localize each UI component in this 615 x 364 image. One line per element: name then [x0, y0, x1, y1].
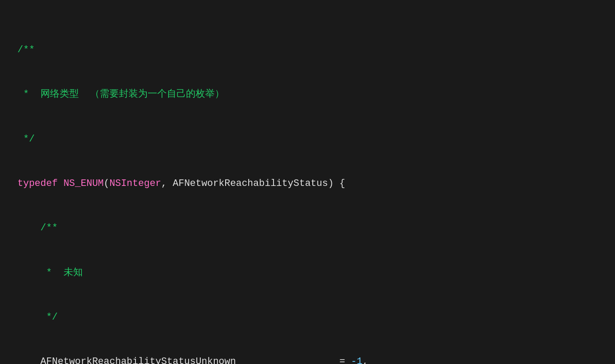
paren-close-brace: ) { [328, 178, 345, 189]
comment-text: * 网络类型 （需要封装为一个自己的枚举） [17, 89, 224, 100]
nsinteger-type: NSInteger [109, 178, 161, 189]
unknown-identifier: AFNetworkReachabilityStatusUnknown [41, 356, 236, 364]
line-comment-open-1: /** [17, 43, 598, 57]
line-comment-body-type: * 网络类型 （需要封装为一个自己的枚举） [17, 87, 598, 102]
paren-open: ( [104, 178, 109, 189]
typedef-keyword: typedef [17, 178, 64, 189]
line-comment-unknown: * 未知 [17, 266, 598, 280]
line-comment-open-2: /** [17, 221, 598, 236]
comment-text: /** [17, 44, 35, 55]
line-enum-unknown: AFNetworkReachabilityStatusUnknown = -1, [17, 354, 598, 364]
ns-enum-macro: NS_ENUM [64, 178, 104, 189]
line-comment-close-1: */ [17, 132, 598, 147]
enum-name: AFNetworkReachabilityStatus [172, 178, 328, 189]
line-typedef: typedef NS_ENUM(NSInteger, AFNetworkReac… [17, 176, 598, 191]
comment-text: /** [41, 222, 58, 233]
eq-sign: = [339, 356, 351, 364]
unknown-comma: , [362, 356, 368, 364]
line-comment-close-2: */ [17, 310, 598, 325]
code-container: /** * 网络类型 （需要封装为一个自己的枚举） */ typedef NS_… [17, 13, 598, 364]
comment-text: */ [17, 134, 35, 145]
unknown-value: -1 [351, 356, 362, 364]
comma-sep: , [161, 178, 172, 189]
comment-text: */ [41, 312, 58, 323]
comment-text: * 未知 [41, 267, 83, 278]
